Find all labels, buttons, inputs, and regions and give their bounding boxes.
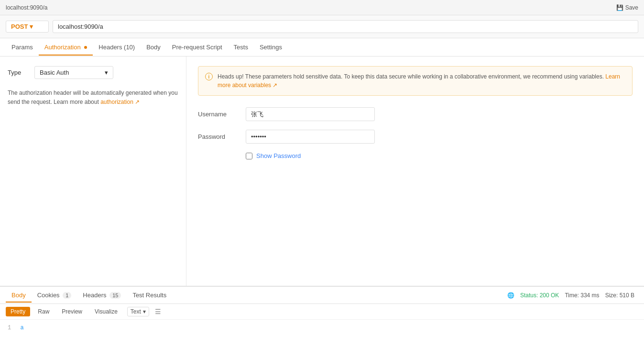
password-field-row: Password xyxy=(198,130,633,144)
response-tabs: Body Cookies 1 Headers 15 Test Results 🌐… xyxy=(0,287,644,304)
type-label: Type xyxy=(8,69,27,76)
username-label: Username xyxy=(198,111,246,118)
password-label: Password xyxy=(198,133,246,140)
show-password-checkbox[interactable] xyxy=(246,153,252,159)
url-bar: POST ▾ xyxy=(0,15,644,38)
format-pretty-button[interactable]: Pretty xyxy=(6,307,30,316)
line-number: 1 xyxy=(8,325,11,331)
format-visualize-button[interactable]: Visualize xyxy=(90,307,122,316)
format-raw-button[interactable]: Raw xyxy=(33,307,54,316)
save-label: Save xyxy=(625,4,638,11)
tab-authorization[interactable]: Authorization xyxy=(39,40,93,56)
globe-icon: 🌐 xyxy=(507,292,514,299)
tab-settings[interactable]: Settings xyxy=(254,40,288,56)
type-row: Type Basic Auth ▾ xyxy=(8,66,178,79)
show-password-row: Show Password xyxy=(246,152,633,159)
main-content: Type Basic Auth ▾ The authorization head… xyxy=(0,56,644,286)
info-text: Heads up! These parameters hold sensitiv… xyxy=(218,72,625,90)
response-meta: 🌐 Status: 200 OK Time: 334 ms Size: 510 … xyxy=(507,292,638,299)
save-button[interactable]: 💾 Save xyxy=(616,4,638,11)
info-icon: i xyxy=(205,73,213,80)
format-preview-button[interactable]: Preview xyxy=(57,307,87,316)
title-bar: localhost:9090/a 💾 Save xyxy=(0,0,644,15)
window-url: localhost:9090/a xyxy=(6,4,47,11)
save-icon: 💾 xyxy=(616,4,623,11)
tab-body[interactable]: Body xyxy=(141,40,166,56)
request-tabs: Params Authorization Headers (10) Body P… xyxy=(0,38,644,56)
format-bar: Pretty Raw Preview Visualize Text ▾ ☰ xyxy=(0,304,644,320)
info-banner: i Heads up! These parameters hold sensit… xyxy=(198,66,633,96)
right-panel: i Heads up! These parameters hold sensit… xyxy=(186,56,644,286)
password-input[interactable] xyxy=(246,130,375,144)
response-tabs-left: Body Cookies 1 Headers 15 Test Results xyxy=(6,289,172,302)
status-badge: Status: 200 OK xyxy=(520,292,559,299)
tab-tests[interactable]: Tests xyxy=(228,40,254,56)
tab-headers[interactable]: Headers (10) xyxy=(93,40,141,56)
left-panel: Type Basic Auth ▾ The authorization head… xyxy=(0,56,186,286)
tab-prerequest[interactable]: Pre-request Script xyxy=(166,40,228,56)
response-value: a xyxy=(20,325,23,331)
auth-type-dropdown[interactable]: Basic Auth ▾ xyxy=(34,66,113,79)
authorization-link[interactable]: authorization ↗ xyxy=(100,99,140,105)
resp-tab-test-results[interactable]: Test Results xyxy=(127,289,172,303)
headers-badge: 15 xyxy=(109,292,121,299)
chevron-down-icon: ▾ xyxy=(105,69,108,76)
resp-tab-body[interactable]: Body xyxy=(6,289,32,303)
bottom-panel: Body Cookies 1 Headers 15 Test Results 🌐… xyxy=(0,286,644,348)
username-field-row: Username xyxy=(198,107,633,121)
format-type-value: Text xyxy=(131,308,141,315)
response-body: 1 a xyxy=(0,320,644,348)
method-label: POST xyxy=(11,23,28,30)
format-type-dropdown[interactable]: Text ▾ xyxy=(127,307,149,316)
resp-tab-cookies[interactable]: Cookies 1 xyxy=(32,289,77,303)
method-dropdown[interactable]: POST ▾ xyxy=(6,21,49,33)
tab-params[interactable]: Params xyxy=(6,40,39,56)
cookies-badge: 1 xyxy=(63,292,71,299)
show-password-label[interactable]: Show Password xyxy=(256,152,301,159)
url-input[interactable] xyxy=(53,20,638,33)
word-wrap-button[interactable]: ☰ xyxy=(155,308,161,315)
size-badge: Size: 510 B xyxy=(605,292,634,299)
resp-tab-headers[interactable]: Headers 15 xyxy=(77,289,127,303)
active-dot xyxy=(84,46,87,49)
auth-description: The authorization header will be automat… xyxy=(8,89,178,107)
time-badge: Time: 334 ms xyxy=(565,292,599,299)
chevron-down-icon: ▾ xyxy=(30,23,33,30)
auth-type-value: Basic Auth xyxy=(40,69,69,76)
username-input[interactable] xyxy=(246,107,375,121)
chevron-down-icon: ▾ xyxy=(143,308,146,315)
